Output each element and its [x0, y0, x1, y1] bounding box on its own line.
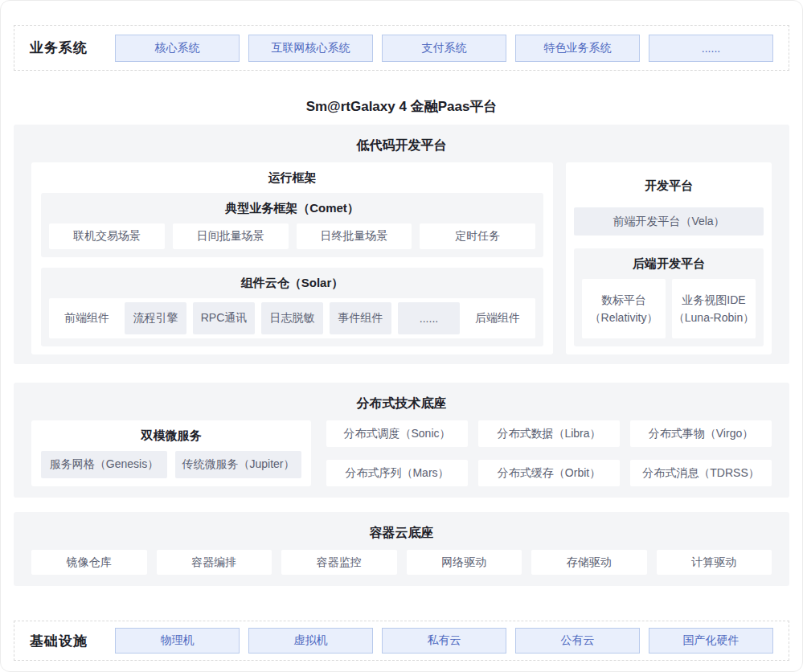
- solar-item-ellipsis: ......: [398, 302, 460, 334]
- container-cloud-title: 容器云底座: [31, 520, 772, 550]
- solar-item-process-engine: 流程引擎: [125, 302, 186, 334]
- luna-robin-name: 业务视图IDE: [682, 291, 745, 309]
- container-orchestration: 容器编排: [157, 550, 272, 575]
- dual-mode-microservice-card: 双模微服务 服务网格（Genesis） 传统微服务（Jupiter）: [31, 420, 311, 486]
- solar-front-component: 前端组件: [55, 302, 118, 334]
- container-monitoring: 容器监控: [281, 550, 397, 575]
- comet-item-endofday-batch: 日终批量场景: [297, 223, 412, 249]
- solar-component-strip: 前端组件 流程引擎 RPC通讯 日志脱敏 事件组件 ...... 后端组件: [49, 298, 535, 338]
- dual-mode-title: 双模微服务: [41, 424, 301, 451]
- libra-data: 分布式数据（Libra）: [478, 420, 620, 447]
- genesis-service-mesh: 服务网格（Genesis）: [41, 451, 167, 478]
- solar-item-event-component: 事件组件: [330, 302, 391, 334]
- infra-virtual-machine: 虚拟机: [248, 628, 373, 654]
- infrastructure-label: 基础设施: [30, 632, 115, 650]
- comet-framework-group: 典型业务框架（Comet） 联机交易场景 日间批量场景 日终批量场景 定时任务: [41, 193, 543, 257]
- image-registry: 镜像仓库: [31, 550, 147, 575]
- runtime-framework-card: 运行框架 典型业务框架（Comet） 联机交易场景 日间批量场景 日终批量场景 …: [31, 162, 553, 354]
- comet-item-online-trading: 联机交易场景: [49, 223, 165, 249]
- sonic-scheduling: 分布式调度（Sonic）: [326, 420, 468, 447]
- comet-item-daytime-batch: 日间批量场景: [173, 223, 289, 249]
- relativity-name: 数标平台: [601, 291, 646, 309]
- dev-platform-card: 开发平台 前端开发平台（Vela） 后端开发平台 数标平台 （Relativit…: [566, 162, 772, 354]
- infra-private-cloud: 私有云: [382, 628, 506, 654]
- solar-back-component: 后端组件: [466, 302, 529, 334]
- low-code-title: 低代码开发平台: [31, 133, 772, 162]
- distributed-section: 分布式技术底座 双模微服务 服务网格（Genesis） 传统微服务（Jupite…: [14, 383, 789, 498]
- business-system-payment: 支付系统: [382, 35, 506, 62]
- solar-warehouse-group: 组件云仓（Solar） 前端组件 流程引擎 RPC通讯 日志脱敏 事件组件 ..…: [41, 268, 543, 346]
- infra-physical-machine: 物理机: [115, 628, 240, 654]
- luna-robin-code: （Luna-Robin）: [674, 309, 754, 326]
- relativity-platform: 数标平台 （Relativity）: [582, 279, 666, 338]
- distributed-title: 分布式技术底座: [31, 391, 772, 420]
- architecture-diagram: 业务系统 核心系统 互联网核心系统 支付系统 特色业务系统 ...... Sm@…: [0, 0, 803, 672]
- infrastructure-items: 物理机 虚拟机 私有云 公有云 国产化硬件: [115, 628, 773, 654]
- jupiter-microservice: 传统微服务（Jupiter）: [175, 451, 301, 478]
- distributed-grid: 分布式调度（Sonic） 分布式数据（Libra） 分布式事物（Virgo） 分…: [326, 420, 772, 486]
- vela-frontend-platform: 前端开发平台（Vela）: [574, 207, 764, 236]
- storage-driver: 存储驱动: [531, 550, 647, 575]
- infrastructure-row: 基础设施 物理机 虚拟机 私有云 公有云 国产化硬件: [14, 621, 789, 661]
- platform-title: Sm@rtGalaxy 4 金融Paas平台: [1, 97, 802, 116]
- luna-robin-ide: 业务视图IDE （Luna-Robin）: [672, 279, 756, 338]
- business-systems-label: 业务系统: [30, 39, 115, 57]
- low-code-section: 低代码开发平台 运行框架 典型业务框架（Comet） 联机交易场景 日间批量场景…: [14, 125, 789, 364]
- backend-platform-group: 后端开发平台 数标平台 （Relativity） 业务视图IDE （Luna-R…: [574, 248, 764, 346]
- business-systems-items: 核心系统 互联网核心系统 支付系统 特色业务系统 ......: [115, 35, 773, 62]
- solar-item-log-masking: 日志脱敏: [261, 302, 323, 334]
- container-cloud-section: 容器云底座 镜像仓库 容器编排 容器监控 网络驱动 存储驱动 计算驱动: [14, 512, 789, 586]
- comet-framework-title: 典型业务框架（Comet）: [49, 196, 535, 223]
- business-system-special: 特色业务系统: [515, 35, 640, 62]
- relativity-code: （Relativity）: [590, 309, 658, 326]
- infra-public-cloud: 公有云: [515, 628, 640, 654]
- business-system-internet-core: 互联网核心系统: [248, 35, 373, 62]
- network-driver: 网络驱动: [407, 550, 522, 575]
- runtime-framework-title: 运行框架: [41, 166, 543, 193]
- infra-domestic-hardware: 国产化硬件: [649, 628, 773, 654]
- solar-warehouse-title: 组件云仓（Solar）: [49, 271, 535, 298]
- dev-platform-title: 开发平台: [574, 166, 764, 201]
- comet-item-scheduled-task: 定时任务: [420, 223, 535, 249]
- mars-sequence: 分布式序列（Mars）: [326, 460, 468, 486]
- backend-platform-title: 后端开发平台: [582, 252, 756, 279]
- virgo-transaction: 分布式事物（Virgo）: [630, 420, 772, 447]
- tdrss-message: 分布式消息（TDRSS）: [630, 460, 772, 486]
- orbit-cache: 分布式缓存（Orbit）: [478, 460, 620, 486]
- compute-driver: 计算驱动: [657, 550, 772, 575]
- business-system-ellipsis: ......: [649, 35, 773, 62]
- solar-item-rpc: RPC通讯: [193, 302, 255, 334]
- business-systems-row: 业务系统 核心系统 互联网核心系统 支付系统 特色业务系统 ......: [14, 25, 789, 71]
- business-system-core: 核心系统: [115, 35, 240, 62]
